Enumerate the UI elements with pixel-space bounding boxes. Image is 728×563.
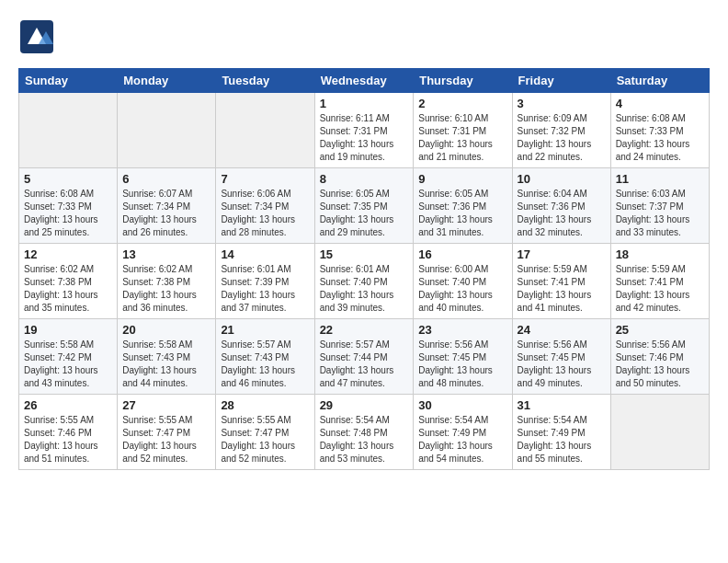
day-number: 5 (24, 172, 112, 186)
day-info: Sunrise: 5:57 AM Sunset: 7:44 PM Dayligh… (320, 339, 409, 390)
day-number: 22 (320, 323, 409, 337)
calendar-week-3: 12Sunrise: 6:02 AM Sunset: 7:38 PM Dayli… (19, 244, 710, 319)
day-number: 26 (24, 398, 112, 412)
calendar-week-2: 5Sunrise: 6:08 AM Sunset: 7:33 PM Daylig… (19, 168, 710, 244)
day-info: Sunrise: 5:55 AM Sunset: 7:47 PM Dayligh… (122, 414, 210, 465)
calendar-cell: 1Sunrise: 6:11 AM Sunset: 7:31 PM Daylig… (314, 93, 414, 168)
day-number: 1 (320, 97, 409, 110)
calendar-cell: 17Sunrise: 5:59 AM Sunset: 7:41 PM Dayli… (512, 244, 610, 319)
day-number: 18 (616, 247, 704, 261)
day-info: Sunrise: 5:56 AM Sunset: 7:45 PM Dayligh… (518, 339, 606, 390)
day-number: 3 (518, 97, 606, 110)
day-info: Sunrise: 5:55 AM Sunset: 7:46 PM Dayligh… (24, 414, 112, 465)
logo (18, 18, 59, 59)
day-number: 4 (616, 97, 704, 110)
day-info: Sunrise: 6:09 AM Sunset: 7:32 PM Dayligh… (518, 112, 606, 164)
day-info: Sunrise: 6:08 AM Sunset: 7:33 PM Dayligh… (24, 188, 112, 239)
calendar-cell: 15Sunrise: 6:01 AM Sunset: 7:40 PM Dayli… (314, 244, 414, 319)
day-number: 14 (221, 247, 309, 261)
calendar-body: 1Sunrise: 6:11 AM Sunset: 7:31 PM Daylig… (19, 93, 710, 470)
calendar-cell: 28Sunrise: 5:55 AM Sunset: 7:47 PM Dayli… (216, 395, 314, 470)
weekday-header-friday: Friday (512, 69, 610, 93)
calendar-cell: 8Sunrise: 6:05 AM Sunset: 7:35 PM Daylig… (314, 168, 414, 244)
day-number: 17 (518, 247, 606, 261)
calendar-week-1: 1Sunrise: 6:11 AM Sunset: 7:31 PM Daylig… (19, 93, 710, 168)
calendar-cell: 18Sunrise: 5:59 AM Sunset: 7:41 PM Dayli… (610, 244, 709, 319)
calendar-cell: 5Sunrise: 6:08 AM Sunset: 7:33 PM Daylig… (19, 168, 118, 244)
calendar-week-5: 26Sunrise: 5:55 AM Sunset: 7:46 PM Dayli… (19, 395, 710, 470)
logo-icon (18, 18, 55, 55)
calendar-cell: 3Sunrise: 6:09 AM Sunset: 7:32 PM Daylig… (512, 93, 610, 168)
calendar-cell: 30Sunrise: 5:54 AM Sunset: 7:49 PM Dayli… (414, 395, 512, 470)
calendar-cell: 21Sunrise: 5:57 AM Sunset: 7:43 PM Dayli… (216, 319, 314, 395)
calendar-cell: 22Sunrise: 5:57 AM Sunset: 7:44 PM Dayli… (314, 319, 414, 395)
calendar-header: SundayMondayTuesdayWednesdayThursdayFrid… (19, 69, 710, 93)
calendar-cell (610, 395, 709, 470)
day-info: Sunrise: 6:10 AM Sunset: 7:31 PM Dayligh… (418, 112, 506, 164)
day-info: Sunrise: 6:01 AM Sunset: 7:40 PM Dayligh… (320, 263, 409, 315)
day-info: Sunrise: 5:58 AM Sunset: 7:42 PM Dayligh… (24, 339, 112, 390)
day-info: Sunrise: 5:54 AM Sunset: 7:48 PM Dayligh… (320, 414, 409, 465)
day-number: 31 (518, 398, 606, 412)
calendar-table: SundayMondayTuesdayWednesdayThursdayFrid… (18, 68, 710, 470)
day-info: Sunrise: 5:57 AM Sunset: 7:43 PM Dayligh… (221, 339, 309, 390)
calendar-cell: 14Sunrise: 6:01 AM Sunset: 7:39 PM Dayli… (216, 244, 314, 319)
calendar-cell: 12Sunrise: 6:02 AM Sunset: 7:38 PM Dayli… (19, 244, 118, 319)
day-number: 30 (418, 398, 506, 412)
calendar-cell: 27Sunrise: 5:55 AM Sunset: 7:47 PM Dayli… (118, 395, 216, 470)
day-info: Sunrise: 6:03 AM Sunset: 7:37 PM Dayligh… (616, 188, 704, 239)
day-number: 7 (221, 172, 309, 186)
day-number: 24 (518, 323, 606, 337)
day-number: 12 (24, 247, 112, 261)
day-info: Sunrise: 5:59 AM Sunset: 7:41 PM Dayligh… (518, 263, 606, 315)
day-info: Sunrise: 6:02 AM Sunset: 7:38 PM Dayligh… (122, 263, 210, 315)
calendar-cell: 19Sunrise: 5:58 AM Sunset: 7:42 PM Dayli… (19, 319, 118, 395)
day-number: 28 (221, 398, 309, 412)
calendar-cell: 31Sunrise: 5:54 AM Sunset: 7:49 PM Dayli… (512, 395, 610, 470)
day-number: 11 (616, 172, 704, 186)
day-info: Sunrise: 6:00 AM Sunset: 7:40 PM Dayligh… (418, 263, 506, 315)
day-info: Sunrise: 5:55 AM Sunset: 7:47 PM Dayligh… (221, 414, 309, 465)
day-info: Sunrise: 6:06 AM Sunset: 7:34 PM Dayligh… (221, 188, 309, 239)
day-number: 23 (418, 323, 506, 337)
day-number: 29 (320, 398, 409, 412)
day-info: Sunrise: 5:59 AM Sunset: 7:41 PM Dayligh… (616, 263, 704, 315)
calendar-cell: 10Sunrise: 6:04 AM Sunset: 7:36 PM Dayli… (512, 168, 610, 244)
day-info: Sunrise: 5:56 AM Sunset: 7:46 PM Dayligh… (616, 339, 704, 390)
day-number: 21 (221, 323, 309, 337)
calendar-cell: 20Sunrise: 5:58 AM Sunset: 7:43 PM Dayli… (118, 319, 216, 395)
calendar-cell: 13Sunrise: 6:02 AM Sunset: 7:38 PM Dayli… (118, 244, 216, 319)
weekday-header-wednesday: Wednesday (314, 69, 414, 93)
day-number: 15 (320, 247, 409, 261)
weekday-header-tuesday: Tuesday (216, 69, 314, 93)
weekday-header-saturday: Saturday (610, 69, 709, 93)
day-info: Sunrise: 6:08 AM Sunset: 7:33 PM Dayligh… (616, 112, 704, 164)
day-number: 2 (418, 97, 506, 110)
day-number: 27 (122, 398, 210, 412)
page-header (18, 18, 710, 59)
day-info: Sunrise: 5:54 AM Sunset: 7:49 PM Dayligh… (418, 414, 506, 465)
day-number: 20 (122, 323, 210, 337)
day-number: 6 (122, 172, 210, 186)
day-info: Sunrise: 6:07 AM Sunset: 7:34 PM Dayligh… (122, 188, 210, 239)
weekday-header-sunday: Sunday (19, 69, 118, 93)
day-number: 16 (418, 247, 506, 261)
calendar-cell: 23Sunrise: 5:56 AM Sunset: 7:45 PM Dayli… (414, 319, 512, 395)
calendar-cell: 2Sunrise: 6:10 AM Sunset: 7:31 PM Daylig… (414, 93, 512, 168)
calendar-cell: 25Sunrise: 5:56 AM Sunset: 7:46 PM Dayli… (610, 319, 709, 395)
calendar-cell: 16Sunrise: 6:00 AM Sunset: 7:40 PM Dayli… (414, 244, 512, 319)
day-number: 13 (122, 247, 210, 261)
calendar-cell (118, 93, 216, 168)
calendar-cell (216, 93, 314, 168)
weekday-row: SundayMondayTuesdayWednesdayThursdayFrid… (19, 69, 710, 93)
calendar-cell: 11Sunrise: 6:03 AM Sunset: 7:37 PM Dayli… (610, 168, 709, 244)
day-info: Sunrise: 6:04 AM Sunset: 7:36 PM Dayligh… (518, 188, 606, 239)
day-info: Sunrise: 5:56 AM Sunset: 7:45 PM Dayligh… (418, 339, 506, 390)
day-info: Sunrise: 6:11 AM Sunset: 7:31 PM Dayligh… (320, 112, 409, 164)
day-info: Sunrise: 6:05 AM Sunset: 7:36 PM Dayligh… (418, 188, 506, 239)
day-number: 8 (320, 172, 409, 186)
weekday-header-monday: Monday (118, 69, 216, 93)
calendar-cell (19, 93, 118, 168)
day-number: 10 (518, 172, 606, 186)
calendar-cell: 24Sunrise: 5:56 AM Sunset: 7:45 PM Dayli… (512, 319, 610, 395)
